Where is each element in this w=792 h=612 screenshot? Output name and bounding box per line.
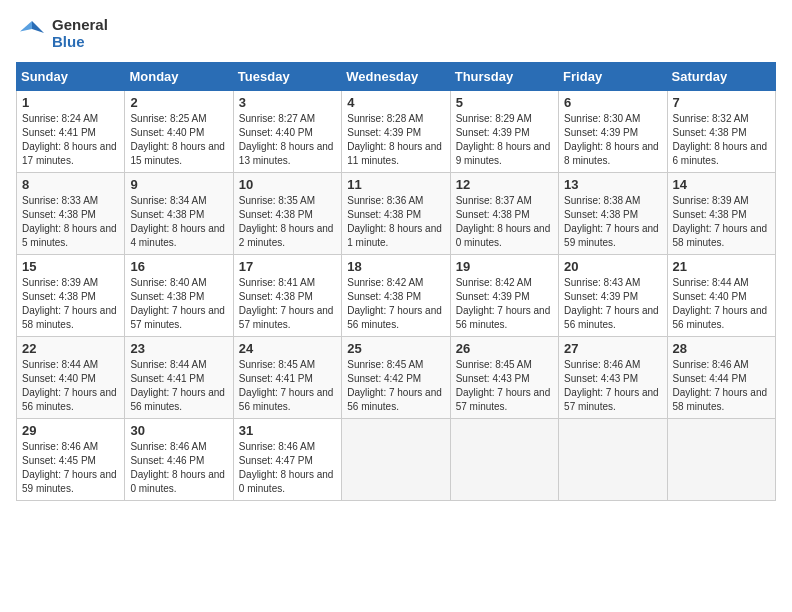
day-info: Sunrise: 8:36 AM Sunset: 4:38 PM Dayligh… — [347, 194, 444, 250]
day-info: Sunrise: 8:39 AM Sunset: 4:38 PM Dayligh… — [22, 276, 119, 332]
day-cell: 26Sunrise: 8:45 AM Sunset: 4:43 PM Dayli… — [450, 337, 558, 419]
day-number: 2 — [130, 95, 227, 110]
day-number: 27 — [564, 341, 661, 356]
day-cell: 16Sunrise: 8:40 AM Sunset: 4:38 PM Dayli… — [125, 255, 233, 337]
day-cell — [667, 419, 775, 501]
day-cell — [559, 419, 667, 501]
day-number: 14 — [673, 177, 770, 192]
day-cell: 8Sunrise: 8:33 AM Sunset: 4:38 PM Daylig… — [17, 173, 125, 255]
day-number: 6 — [564, 95, 661, 110]
logo-icon — [16, 17, 48, 49]
day-cell: 2Sunrise: 8:25 AM Sunset: 4:40 PM Daylig… — [125, 91, 233, 173]
day-info: Sunrise: 8:38 AM Sunset: 4:38 PM Dayligh… — [564, 194, 661, 250]
day-number: 24 — [239, 341, 336, 356]
day-info: Sunrise: 8:45 AM Sunset: 4:41 PM Dayligh… — [239, 358, 336, 414]
day-number: 13 — [564, 177, 661, 192]
day-cell: 24Sunrise: 8:45 AM Sunset: 4:41 PM Dayli… — [233, 337, 341, 419]
day-info: Sunrise: 8:25 AM Sunset: 4:40 PM Dayligh… — [130, 112, 227, 168]
day-cell: 21Sunrise: 8:44 AM Sunset: 4:40 PM Dayli… — [667, 255, 775, 337]
day-info: Sunrise: 8:40 AM Sunset: 4:38 PM Dayligh… — [130, 276, 227, 332]
day-cell: 27Sunrise: 8:46 AM Sunset: 4:43 PM Dayli… — [559, 337, 667, 419]
weekday-header-tuesday: Tuesday — [233, 63, 341, 91]
weekday-header-row: SundayMondayTuesdayWednesdayThursdayFrid… — [17, 63, 776, 91]
day-number: 29 — [22, 423, 119, 438]
day-info: Sunrise: 8:28 AM Sunset: 4:39 PM Dayligh… — [347, 112, 444, 168]
weekday-header-friday: Friday — [559, 63, 667, 91]
weekday-header-monday: Monday — [125, 63, 233, 91]
day-info: Sunrise: 8:42 AM Sunset: 4:38 PM Dayligh… — [347, 276, 444, 332]
day-info: Sunrise: 8:27 AM Sunset: 4:40 PM Dayligh… — [239, 112, 336, 168]
day-number: 26 — [456, 341, 553, 356]
day-number: 25 — [347, 341, 444, 356]
weekday-header-thursday: Thursday — [450, 63, 558, 91]
svg-marker-1 — [20, 21, 32, 31]
day-info: Sunrise: 8:44 AM Sunset: 4:41 PM Dayligh… — [130, 358, 227, 414]
day-info: Sunrise: 8:45 AM Sunset: 4:42 PM Dayligh… — [347, 358, 444, 414]
day-cell: 1Sunrise: 8:24 AM Sunset: 4:41 PM Daylig… — [17, 91, 125, 173]
day-number: 31 — [239, 423, 336, 438]
day-info: Sunrise: 8:42 AM Sunset: 4:39 PM Dayligh… — [456, 276, 553, 332]
day-cell: 28Sunrise: 8:46 AM Sunset: 4:44 PM Dayli… — [667, 337, 775, 419]
day-number: 15 — [22, 259, 119, 274]
day-number: 7 — [673, 95, 770, 110]
svg-marker-0 — [32, 21, 44, 33]
day-cell: 22Sunrise: 8:44 AM Sunset: 4:40 PM Dayli… — [17, 337, 125, 419]
day-info: Sunrise: 8:46 AM Sunset: 4:45 PM Dayligh… — [22, 440, 119, 496]
day-info: Sunrise: 8:46 AM Sunset: 4:46 PM Dayligh… — [130, 440, 227, 496]
day-info: Sunrise: 8:24 AM Sunset: 4:41 PM Dayligh… — [22, 112, 119, 168]
weekday-header-wednesday: Wednesday — [342, 63, 450, 91]
day-number: 5 — [456, 95, 553, 110]
day-cell: 10Sunrise: 8:35 AM Sunset: 4:38 PM Dayli… — [233, 173, 341, 255]
day-info: Sunrise: 8:32 AM Sunset: 4:38 PM Dayligh… — [673, 112, 770, 168]
day-cell: 5Sunrise: 8:29 AM Sunset: 4:39 PM Daylig… — [450, 91, 558, 173]
day-info: Sunrise: 8:43 AM Sunset: 4:39 PM Dayligh… — [564, 276, 661, 332]
day-number: 30 — [130, 423, 227, 438]
week-row-5: 29Sunrise: 8:46 AM Sunset: 4:45 PM Dayli… — [17, 419, 776, 501]
day-cell: 7Sunrise: 8:32 AM Sunset: 4:38 PM Daylig… — [667, 91, 775, 173]
day-cell — [450, 419, 558, 501]
day-number: 9 — [130, 177, 227, 192]
day-number: 16 — [130, 259, 227, 274]
day-cell: 3Sunrise: 8:27 AM Sunset: 4:40 PM Daylig… — [233, 91, 341, 173]
day-info: Sunrise: 8:46 AM Sunset: 4:43 PM Dayligh… — [564, 358, 661, 414]
day-info: Sunrise: 8:35 AM Sunset: 4:38 PM Dayligh… — [239, 194, 336, 250]
day-cell: 6Sunrise: 8:30 AM Sunset: 4:39 PM Daylig… — [559, 91, 667, 173]
weekday-header-sunday: Sunday — [17, 63, 125, 91]
day-info: Sunrise: 8:37 AM Sunset: 4:38 PM Dayligh… — [456, 194, 553, 250]
day-number: 19 — [456, 259, 553, 274]
logo: General Blue — [16, 16, 108, 50]
day-cell: 12Sunrise: 8:37 AM Sunset: 4:38 PM Dayli… — [450, 173, 558, 255]
day-cell — [342, 419, 450, 501]
day-info: Sunrise: 8:46 AM Sunset: 4:44 PM Dayligh… — [673, 358, 770, 414]
day-cell: 15Sunrise: 8:39 AM Sunset: 4:38 PM Dayli… — [17, 255, 125, 337]
day-info: Sunrise: 8:46 AM Sunset: 4:47 PM Dayligh… — [239, 440, 336, 496]
day-cell: 23Sunrise: 8:44 AM Sunset: 4:41 PM Dayli… — [125, 337, 233, 419]
day-number: 4 — [347, 95, 444, 110]
day-cell: 29Sunrise: 8:46 AM Sunset: 4:45 PM Dayli… — [17, 419, 125, 501]
day-cell: 14Sunrise: 8:39 AM Sunset: 4:38 PM Dayli… — [667, 173, 775, 255]
day-number: 10 — [239, 177, 336, 192]
day-cell: 4Sunrise: 8:28 AM Sunset: 4:39 PM Daylig… — [342, 91, 450, 173]
day-cell: 25Sunrise: 8:45 AM Sunset: 4:42 PM Dayli… — [342, 337, 450, 419]
day-info: Sunrise: 8:33 AM Sunset: 4:38 PM Dayligh… — [22, 194, 119, 250]
week-row-3: 15Sunrise: 8:39 AM Sunset: 4:38 PM Dayli… — [17, 255, 776, 337]
week-row-4: 22Sunrise: 8:44 AM Sunset: 4:40 PM Dayli… — [17, 337, 776, 419]
logo-text: General Blue — [52, 16, 108, 50]
day-info: Sunrise: 8:45 AM Sunset: 4:43 PM Dayligh… — [456, 358, 553, 414]
day-number: 23 — [130, 341, 227, 356]
day-info: Sunrise: 8:41 AM Sunset: 4:38 PM Dayligh… — [239, 276, 336, 332]
day-info: Sunrise: 8:29 AM Sunset: 4:39 PM Dayligh… — [456, 112, 553, 168]
day-number: 11 — [347, 177, 444, 192]
page-header: General Blue — [16, 16, 776, 50]
weekday-header-saturday: Saturday — [667, 63, 775, 91]
day-number: 20 — [564, 259, 661, 274]
day-number: 1 — [22, 95, 119, 110]
day-number: 21 — [673, 259, 770, 274]
day-info: Sunrise: 8:30 AM Sunset: 4:39 PM Dayligh… — [564, 112, 661, 168]
day-number: 12 — [456, 177, 553, 192]
day-cell: 19Sunrise: 8:42 AM Sunset: 4:39 PM Dayli… — [450, 255, 558, 337]
day-number: 17 — [239, 259, 336, 274]
week-row-2: 8Sunrise: 8:33 AM Sunset: 4:38 PM Daylig… — [17, 173, 776, 255]
week-row-1: 1Sunrise: 8:24 AM Sunset: 4:41 PM Daylig… — [17, 91, 776, 173]
day-cell: 31Sunrise: 8:46 AM Sunset: 4:47 PM Dayli… — [233, 419, 341, 501]
